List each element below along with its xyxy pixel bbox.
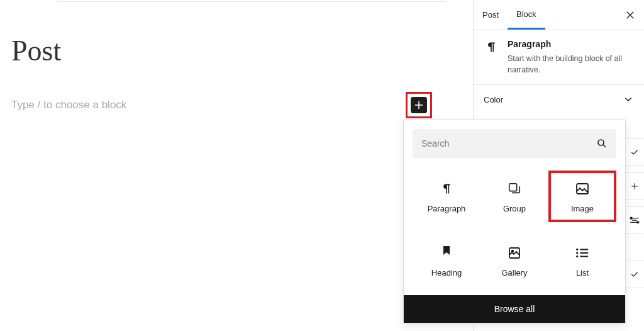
block-grid: Paragraph Group Image Heading Gallery xyxy=(404,167,625,295)
list-icon xyxy=(575,244,589,262)
current-block-description: Start with the building block of all nar… xyxy=(508,53,634,76)
close-sidebar-button[interactable] xyxy=(616,0,644,30)
add-block-highlight xyxy=(406,92,432,118)
plus-icon xyxy=(413,99,425,111)
search-icon xyxy=(596,138,608,149)
pilcrow-icon xyxy=(440,180,453,198)
block-search[interactable] xyxy=(413,129,616,158)
block-item-label: Image xyxy=(571,204,594,213)
pilcrow-icon xyxy=(484,39,499,76)
browse-all-button[interactable]: Browse all xyxy=(404,295,625,323)
add-block-button[interactable] xyxy=(411,97,427,113)
post-title[interactable]: Post xyxy=(11,35,396,67)
svg-point-0 xyxy=(630,217,632,219)
block-item-image[interactable]: Image xyxy=(548,171,616,222)
block-item-label: Heading xyxy=(431,268,462,278)
block-inserter: Paragraph Group Image Heading Gallery xyxy=(403,120,626,323)
block-item-label: Paragraph xyxy=(428,204,466,213)
svg-rect-3 xyxy=(509,183,517,191)
tab-block[interactable]: Block xyxy=(508,0,545,30)
block-item-paragraph[interactable]: Paragraph xyxy=(413,171,480,222)
gallery-icon xyxy=(507,244,522,262)
block-item-label: List xyxy=(576,268,589,278)
heading-icon xyxy=(441,244,452,262)
search-input[interactable] xyxy=(421,138,570,149)
tab-post[interactable]: Post xyxy=(474,0,508,30)
block-item-heading[interactable]: Heading xyxy=(413,235,480,286)
divider xyxy=(57,1,447,2)
svg-point-7 xyxy=(576,248,578,250)
block-item-group[interactable]: Group xyxy=(480,171,548,222)
block-item-label: Group xyxy=(503,204,526,213)
chevron-down-icon xyxy=(623,94,634,105)
svg-point-1 xyxy=(637,222,639,223)
close-icon xyxy=(625,9,636,21)
sidebar-tabs: Post Block xyxy=(474,0,644,30)
block-placeholder[interactable]: Type / to choose a block xyxy=(11,99,396,111)
panel-color[interactable]: Color xyxy=(474,84,644,114)
svg-point-2 xyxy=(598,140,604,145)
current-block-header: Paragraph Start with the building block … xyxy=(474,30,644,84)
svg-point-8 xyxy=(576,252,578,254)
hidden-panels-edge xyxy=(625,138,644,295)
svg-point-9 xyxy=(576,255,578,257)
image-icon xyxy=(575,180,590,198)
svg-point-6 xyxy=(512,250,514,252)
block-item-label: Gallery xyxy=(501,268,527,278)
group-icon xyxy=(508,180,521,198)
panel-label: Color xyxy=(484,95,503,104)
block-item-gallery[interactable]: Gallery xyxy=(480,235,548,286)
current-block-name: Paragraph xyxy=(508,39,634,49)
block-item-list[interactable]: List xyxy=(548,235,616,286)
svg-rect-4 xyxy=(577,184,588,194)
editor-canvas: Post Type / to choose a block xyxy=(0,0,465,331)
